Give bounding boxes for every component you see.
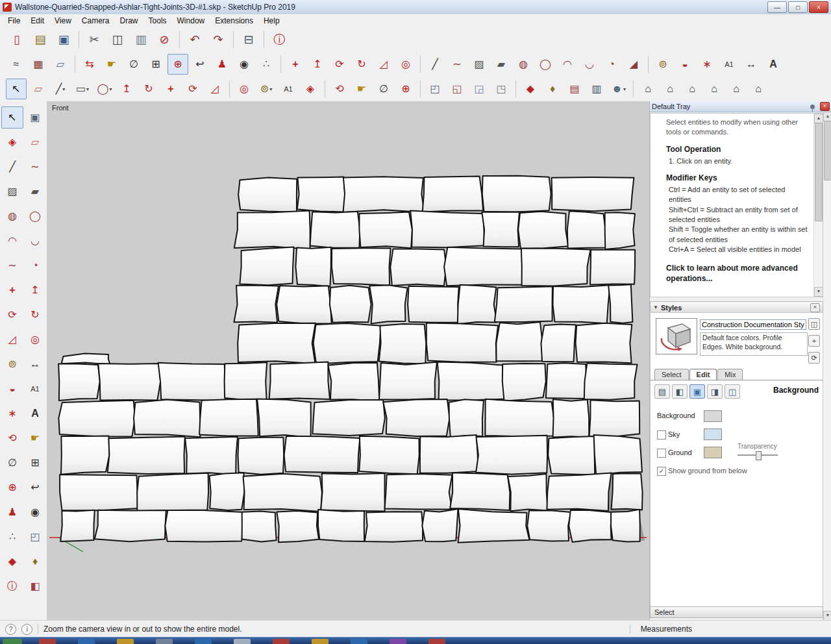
- zoom-extents-icon[interactable]: ⊕: [167, 54, 188, 75]
- move-icon[interactable]: +: [285, 54, 306, 75]
- paste-icon[interactable]: ▥: [130, 29, 152, 51]
- print-icon[interactable]: ⊟: [238, 29, 260, 51]
- pie-icon[interactable]: ◔: [24, 254, 46, 277]
- sky-swatch[interactable]: [704, 428, 722, 440]
- section-fill-icon[interactable]: ◲: [469, 79, 490, 99]
- 3d-text-icon[interactable]: A: [763, 54, 784, 75]
- front-view-icon[interactable]: ⌂: [682, 79, 702, 99]
- dropdown-arrow-icon[interactable]: ▾: [623, 86, 626, 92]
- text-icon[interactable]: A1: [278, 79, 299, 99]
- zoom-extents-icon[interactable]: ⊕: [1, 477, 23, 499]
- move-icon[interactable]: +: [160, 79, 181, 99]
- walk-icon[interactable]: ∴: [1, 526, 23, 548]
- zoom-icon[interactable]: ∅: [1, 452, 23, 474]
- pan-icon[interactable]: ☛: [101, 54, 122, 75]
- instructor-scrollbar[interactable]: ▲ ▼: [813, 114, 823, 297]
- rotated-rectangle-icon[interactable]: ▰: [24, 180, 46, 203]
- bottom-panel-header[interactable]: Select: [650, 606, 823, 618]
- tape-measure-icon[interactable]: ⊚: [652, 54, 673, 75]
- shapes-icon[interactable]: ▭▾: [72, 79, 93, 99]
- arc-icon[interactable]: ◠: [557, 54, 578, 75]
- background-settings-icon[interactable]: ▣: [689, 384, 705, 399]
- look-around-icon[interactable]: ◉: [24, 501, 46, 523]
- text-icon[interactable]: A1: [24, 378, 46, 400]
- make-component-icon[interactable]: ▣: [24, 106, 46, 129]
- line-icon[interactable]: ╱: [1, 156, 23, 178]
- two-point-arc-icon[interactable]: ◡: [24, 230, 46, 252]
- styles-close-button[interactable]: ×: [810, 303, 820, 312]
- three-point-arc-icon[interactable]: ∼: [1, 254, 23, 277]
- position-camera-icon[interactable]: ♟: [212, 54, 232, 75]
- undo-icon[interactable]: ↶: [184, 29, 206, 51]
- arc-icon[interactable]: ◠: [1, 230, 23, 252]
- menu-tools[interactable]: Tools: [143, 15, 172, 27]
- zoom-previous-icon[interactable]: ↩: [190, 54, 210, 75]
- dropdown-arrow-icon[interactable]: ▾: [86, 86, 89, 92]
- new-file-icon[interactable]: ▯: [6, 29, 28, 51]
- select-icon[interactable]: ↖: [6, 79, 27, 99]
- section-cut-icon[interactable]: ◱: [447, 79, 467, 99]
- look-around-icon[interactable]: ◉: [234, 54, 254, 75]
- measurements-input[interactable]: [699, 623, 822, 635]
- rotate-icon[interactable]: ⟳: [182, 79, 203, 99]
- two-point-arc-icon[interactable]: ◡: [579, 54, 600, 75]
- right-view-icon[interactable]: ⌂: [704, 79, 725, 99]
- zoom-icon[interactable]: ∅: [373, 79, 394, 99]
- scroll-down-icon[interactable]: ▼: [823, 611, 831, 621]
- taskbar-button[interactable]: [156, 639, 173, 644]
- lasso-select-icon[interactable]: ≈: [6, 54, 27, 75]
- send-to-layout-icon[interactable]: ▦: [28, 54, 49, 75]
- zoom-previous-icon[interactable]: ↩: [24, 477, 46, 499]
- dimensions-icon[interactable]: ↔: [24, 353, 46, 375]
- extension-warehouse-icon[interactable]: ♦: [24, 551, 46, 573]
- scrollbar-thumb[interactable]: [824, 121, 831, 180]
- style-name-input[interactable]: [700, 319, 806, 330]
- tab-mix[interactable]: Mix: [717, 369, 743, 380]
- zoom-window-icon[interactable]: ⊞: [24, 452, 46, 474]
- freehand-icon[interactable]: ∼: [447, 54, 467, 75]
- scrollbar-thumb[interactable]: [815, 123, 823, 221]
- create-style-icon[interactable]: +: [808, 335, 820, 347]
- zoom-icon[interactable]: ∅: [123, 54, 144, 75]
- pin-icon[interactable]: [810, 105, 815, 109]
- eraser-icon[interactable]: ▱: [24, 131, 46, 153]
- taskbar-button[interactable]: [195, 639, 212, 644]
- transparency-slider[interactable]: [738, 451, 778, 460]
- push-pull-icon[interactable]: ↥: [307, 54, 328, 75]
- menu-draw[interactable]: Draw: [115, 15, 143, 27]
- menu-help[interactable]: Help: [258, 15, 285, 27]
- walk-icon[interactable]: ∴: [256, 54, 277, 75]
- left-view-icon[interactable]: ⌂: [748, 79, 769, 99]
- paint-bucket-icon[interactable]: ◈: [1, 131, 23, 153]
- taskbar-button[interactable]: [351, 639, 367, 644]
- push-pull-icon[interactable]: ↥: [116, 79, 137, 99]
- redo-icon[interactable]: ↷: [207, 29, 229, 51]
- scale-icon[interactable]: ◿: [373, 54, 394, 75]
- circle-icon[interactable]: ◯▾: [94, 79, 115, 99]
- follow-me-icon[interactable]: ↻: [24, 304, 46, 326]
- follow-me-icon[interactable]: ↻: [138, 79, 159, 99]
- dropdown-arrow-icon[interactable]: ▾: [109, 86, 112, 92]
- menu-camera[interactable]: Camera: [77, 15, 115, 27]
- 3d-text-icon[interactable]: A: [24, 402, 46, 425]
- taskbar-button[interactable]: [117, 639, 134, 644]
- rotate-icon[interactable]: ⟳: [329, 54, 350, 75]
- eraser-icon[interactable]: ▱: [28, 79, 49, 99]
- section-display-icon[interactable]: ◳: [491, 79, 512, 99]
- zoom-window-icon[interactable]: ⊞: [145, 54, 166, 75]
- axes-icon[interactable]: ∗: [697, 54, 717, 75]
- modeling-settings-icon[interactable]: ◫: [725, 384, 740, 399]
- taskbar-button[interactable]: [78, 639, 95, 644]
- ground-checkbox[interactable]: [657, 449, 666, 458]
- menu-edit[interactable]: Edit: [25, 15, 49, 27]
- advanced-operations-link[interactable]: Click to learn about more advanced opera…: [666, 263, 808, 285]
- tape-measure-icon[interactable]: ⊚: [1, 353, 23, 375]
- update-style-icon[interactable]: ⟳: [808, 352, 820, 364]
- taskbar-button[interactable]: [39, 639, 56, 644]
- polygon-icon[interactable]: ◯: [24, 205, 46, 227]
- materials-icon[interactable]: ◧: [24, 575, 46, 597]
- minimize-button[interactable]: —: [767, 1, 787, 13]
- show-ground-checkbox[interactable]: ✓: [657, 467, 666, 476]
- extension-warehouse-icon[interactable]: ♦: [542, 79, 563, 99]
- offset-icon[interactable]: ◎: [234, 79, 254, 99]
